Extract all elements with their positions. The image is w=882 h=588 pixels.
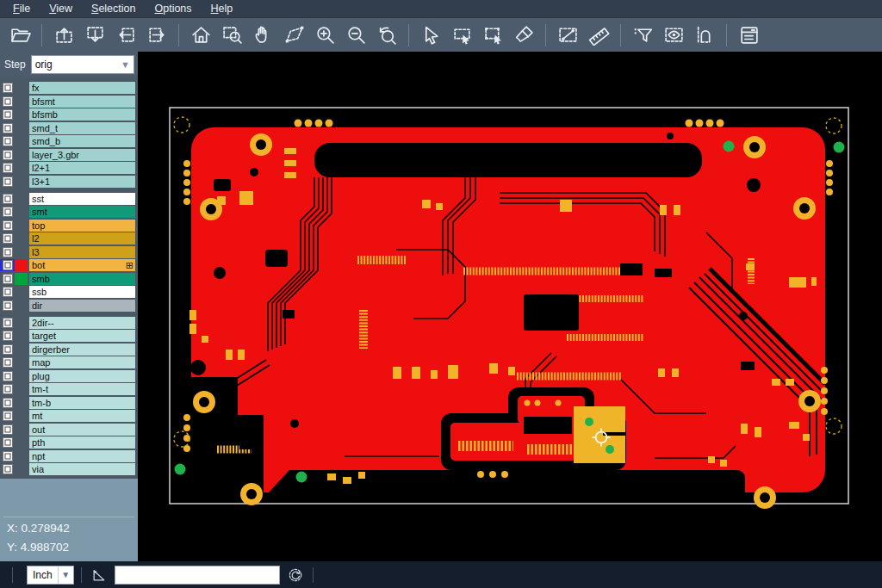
select-rect-button[interactable] xyxy=(449,22,475,48)
layer-row-map[interactable]: map xyxy=(0,356,138,368)
layer-row-layer_3[interactable]: layer_3.gbr xyxy=(0,149,138,161)
layer-checkbox[interactable] xyxy=(0,82,15,94)
refresh-button[interactable] xyxy=(285,565,306,585)
refresh-icon xyxy=(287,566,304,584)
zoom-in-button[interactable] xyxy=(312,22,338,48)
menu-selection[interactable]: Selection xyxy=(82,1,145,16)
highlight-eye-button[interactable] xyxy=(661,22,686,48)
layer-color-swatch xyxy=(15,356,28,368)
layer-checkbox[interactable] xyxy=(0,273,15,285)
layer-checkbox[interactable] xyxy=(0,108,15,121)
layer-checkbox[interactable] xyxy=(0,135,15,147)
layer-row-tm-t[interactable]: tm-t xyxy=(0,383,138,395)
report-list-button[interactable] xyxy=(736,22,761,48)
layer-checkbox[interactable] xyxy=(0,436,15,449)
layer-checkbox[interactable] xyxy=(0,300,15,312)
layer-checkbox[interactable] xyxy=(0,463,15,475)
layer-row-plug[interactable]: plug xyxy=(0,370,138,382)
pan-button[interactable] xyxy=(250,22,276,48)
clear-brush-button[interactable] xyxy=(511,22,537,48)
layer-checkbox-selected[interactable] xyxy=(0,259,15,271)
layer-row-l3[interactable]: l3 xyxy=(0,246,138,258)
step-dropdown[interactable]: orig ▼ xyxy=(31,55,134,74)
layer-checkbox[interactable] xyxy=(0,193,15,205)
layer-row-2dir[interactable]: 2dir-- xyxy=(0,317,138,329)
layer-checkbox[interactable] xyxy=(0,344,15,356)
layer-row-ssb[interactable]: ssb xyxy=(0,286,138,298)
zoom-window-button[interactable] xyxy=(219,22,245,48)
layer-checkbox[interactable] xyxy=(0,410,15,422)
layer-checkbox[interactable] xyxy=(0,246,15,258)
layer-row-target[interactable]: target xyxy=(0,330,138,342)
layer-row-top[interactable]: top xyxy=(0,220,138,232)
select-cursor-button[interactable] xyxy=(418,22,444,48)
layer-checkbox[interactable] xyxy=(0,383,15,395)
menu-view[interactable]: View xyxy=(40,1,82,16)
layer-row-smt[interactable]: smt xyxy=(0,206,138,218)
menu-file[interactable]: File xyxy=(3,1,40,16)
layer-checkbox[interactable] xyxy=(0,96,15,108)
import-left-button[interactable] xyxy=(113,22,139,48)
layer-row-tm-b[interactable]: tm-b xyxy=(0,397,138,409)
layer-checkbox[interactable] xyxy=(0,450,15,462)
layer-row-bfsmb[interactable]: bfsmb xyxy=(0,108,138,121)
layer-row-smb[interactable]: smb xyxy=(0,273,138,285)
command-input[interactable] xyxy=(115,566,280,585)
layer-row-npt[interactable]: npt xyxy=(0,450,138,462)
menu-help[interactable]: Help xyxy=(202,1,243,16)
import-right-button[interactable] xyxy=(144,22,170,48)
layer-checkbox[interactable] xyxy=(0,176,15,188)
layer-row-fx[interactable]: fx xyxy=(0,82,138,94)
layer-row-dir[interactable]: dir xyxy=(0,300,138,312)
layer-checkbox[interactable] xyxy=(0,397,15,409)
zoom-polygon-button[interactable] xyxy=(281,22,307,48)
open-file-button[interactable] xyxy=(7,22,33,48)
layer-row-dirgerber[interactable]: dirgerber xyxy=(0,344,138,356)
home-view-button[interactable] xyxy=(188,22,214,48)
layer-color-swatch xyxy=(15,176,28,188)
layer-row-mt[interactable]: mt xyxy=(0,410,138,422)
zoom-out-button[interactable] xyxy=(343,22,369,48)
corner-snap-button[interactable] xyxy=(89,565,109,585)
divider xyxy=(3,517,134,517)
layer-label: npt xyxy=(32,450,135,462)
layer-row-sst[interactable]: sst xyxy=(0,193,138,205)
layer-row-bot[interactable]: bot⊞ xyxy=(0,259,138,271)
pcb-viewport[interactable] xyxy=(138,52,882,561)
layer-checkbox[interactable] xyxy=(0,356,15,368)
layer-checkbox[interactable] xyxy=(0,122,15,134)
layer-checkbox[interactable] xyxy=(0,370,15,382)
layer-checkbox[interactable] xyxy=(0,149,15,161)
layer-checkbox[interactable] xyxy=(0,232,15,244)
unit-dropdown[interactable]: Inch ▼ xyxy=(27,566,74,585)
layer-row-out[interactable]: out xyxy=(0,424,138,436)
zoom-previous-button[interactable] xyxy=(374,22,400,48)
layer-row-smd_t[interactable]: smd_t xyxy=(0,122,138,134)
import-up-button[interactable] xyxy=(51,22,77,48)
layer-row-smd_b[interactable]: smd_b xyxy=(0,135,138,147)
layer-label: map xyxy=(32,356,135,368)
layer-row-l2[interactable]: l2 xyxy=(0,232,138,244)
snap-button[interactable] xyxy=(692,22,717,48)
layer-checkbox[interactable] xyxy=(0,424,15,436)
layer-row-l2plus1[interactable]: l2+1 xyxy=(0,162,138,174)
menu-options[interactable]: Options xyxy=(145,1,201,16)
pcb-drawing xyxy=(138,52,882,561)
filter-button[interactable] xyxy=(630,22,655,48)
layer-checkbox[interactable] xyxy=(0,330,15,342)
layer-row-via[interactable]: via xyxy=(0,463,138,475)
layer-checkbox[interactable] xyxy=(0,317,15,329)
layer-checkbox[interactable] xyxy=(0,162,15,174)
layer-checkbox[interactable] xyxy=(0,220,15,232)
snap-magnet-icon xyxy=(694,24,716,46)
select-group-button[interactable] xyxy=(480,22,506,48)
layer-row-bfsmt[interactable]: bfsmt xyxy=(0,96,138,108)
import-down-button[interactable] xyxy=(82,22,108,48)
ruler-button[interactable] xyxy=(586,22,612,48)
layer-checkbox[interactable] xyxy=(0,286,15,298)
measure-points-button[interactable] xyxy=(555,22,581,48)
layer-checkbox[interactable] xyxy=(0,206,15,218)
filter-icon xyxy=(632,24,654,46)
layer-row-l3plus1[interactable]: l3+1 xyxy=(0,176,138,188)
layer-row-pth[interactable]: pth xyxy=(0,436,138,449)
